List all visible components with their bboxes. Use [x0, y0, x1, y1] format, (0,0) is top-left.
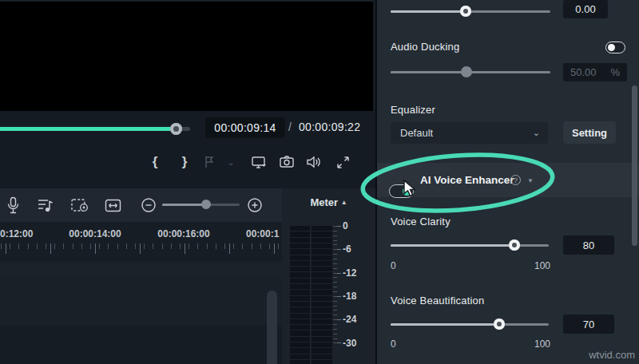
- voice-beautification-slider-handle[interactable]: [494, 318, 505, 330]
- meter-scale-value: -30: [343, 338, 371, 349]
- ruler-label: 0:12:00: [0, 228, 33, 239]
- voice-clarity-slider-handle[interactable]: [509, 239, 520, 251]
- voice-clarity-min: 0: [391, 260, 396, 271]
- fit-timeline-icon[interactable]: [101, 188, 124, 222]
- current-timecode-value: 00:00:09:14: [214, 121, 276, 134]
- equalizer-preset-dropdown[interactable]: Default ⌄: [391, 122, 548, 144]
- meter-header[interactable]: Meter ▲: [282, 196, 375, 208]
- audio-ducking-toggle[interactable]: [605, 42, 625, 53]
- ai-voice-enhancer-label: AI Voice Enhancer: [420, 174, 514, 186]
- timeline-zoom-handle[interactable]: [201, 200, 211, 209]
- meter-collapse-icon: ▲: [341, 199, 347, 206]
- ai-expander-caret-icon[interactable]: ▼: [527, 177, 534, 184]
- voice-beautification-label: Voice Beautification: [391, 295, 484, 307]
- ruler-label: 00:00:14:00: [69, 228, 121, 239]
- audio-meter-panel: Meter ▲ 0 -6 -12 -18 -24 -30: [282, 188, 375, 364]
- timeline-track[interactable]: [0, 276, 282, 326]
- total-timecode: 00:00:09:22: [299, 121, 360, 133]
- meter-bar-left: [290, 225, 310, 364]
- ruler-minor-ticks[interactable]: [1, 243, 282, 249]
- ai-voice-enhancer-toggle[interactable]: [389, 184, 414, 198]
- meter-scale-value: -12: [343, 267, 371, 279]
- zoom-out-icon[interactable]: [138, 188, 159, 222]
- audio-mixer-icon[interactable]: [34, 188, 58, 222]
- voice-beautification-min: 0: [391, 338, 396, 350]
- watermark: wtvid.com: [589, 349, 635, 361]
- timecode-separator: /: [288, 121, 292, 133]
- meter-scale-value: 0: [343, 220, 371, 231]
- mark-out-button[interactable]: }: [178, 152, 191, 172]
- seek-bar-fill: [0, 127, 177, 131]
- voice-clarity-max: 100: [521, 260, 550, 271]
- meter-scale-value: -6: [343, 243, 371, 255]
- timeline-track[interactable]: [0, 326, 282, 364]
- fullscreen-icon[interactable]: [333, 152, 352, 172]
- video-preview[interactable]: [0, 0, 373, 111]
- top-slider-handle[interactable]: [460, 6, 471, 17]
- meter-minor-ticks: [333, 226, 337, 347]
- timeline-toolbar: [0, 188, 282, 222]
- player-bar: 00:00:09:14 / 00:00:09:22 { } ⌄: [0, 111, 375, 188]
- marker-chevron-icon[interactable]: ⌄: [224, 152, 237, 172]
- zoom-in-icon[interactable]: [244, 188, 265, 222]
- voice-clarity-value-field[interactable]: 80: [563, 235, 614, 255]
- seek-bar[interactable]: [0, 127, 190, 131]
- current-timecode[interactable]: 00:00:09:14: [205, 117, 285, 138]
- voice-beautification-max: 100: [521, 338, 550, 350]
- meter-scale-value: -24: [343, 314, 371, 325]
- ruler-label: 00:00:1: [246, 228, 279, 239]
- audio-ducking-label: Audio Ducking: [391, 41, 459, 53]
- voice-beautification-slider[interactable]: [391, 323, 549, 326]
- ruler-label: 00:00:16:00: [157, 228, 209, 239]
- chevron-down-icon: ⌄: [533, 128, 540, 138]
- panel-scrollbar[interactable]: [632, 85, 637, 246]
- meter-bar-right: [312, 225, 332, 364]
- mark-in-button[interactable]: {: [149, 152, 161, 172]
- audio-ducking-slider-handle[interactable]: [461, 66, 472, 77]
- audio-properties-panel: 0.00 Audio Ducking 50.00 % Equalizer Def…: [375, 0, 639, 364]
- volume-icon[interactable]: [304, 152, 324, 172]
- seek-handle[interactable]: [170, 123, 182, 135]
- snapshot-camera-icon[interactable]: [277, 152, 296, 172]
- timeline-track[interactable]: [0, 262, 282, 276]
- meter-scale-value: -18: [343, 291, 371, 302]
- equalizer-label: Equalizer: [391, 104, 435, 116]
- marker-icon[interactable]: [200, 152, 218, 172]
- help-icon[interactable]: ?: [510, 175, 521, 185]
- top-value-field[interactable]: 0.00: [563, 0, 608, 18]
- display-device-icon[interactable]: [249, 152, 268, 172]
- app-window: 00:00:09:14 / 00:00:09:22 { } ⌄: [0, 0, 639, 364]
- audio-ducking-value-field[interactable]: 50.00 %: [563, 63, 627, 81]
- voice-clarity-label: Voice Clarity: [391, 216, 450, 228]
- equalizer-setting-button[interactable]: Setting: [563, 121, 616, 144]
- record-voiceover-icon[interactable]: [2, 188, 24, 222]
- percent-unit: %: [610, 66, 620, 78]
- voice-clarity-slider[interactable]: [391, 244, 549, 247]
- timeline-vertical-scrollbar[interactable]: [267, 291, 277, 364]
- voice-beautification-value-field[interactable]: 70: [563, 315, 614, 334]
- render-preview-icon[interactable]: [67, 188, 93, 222]
